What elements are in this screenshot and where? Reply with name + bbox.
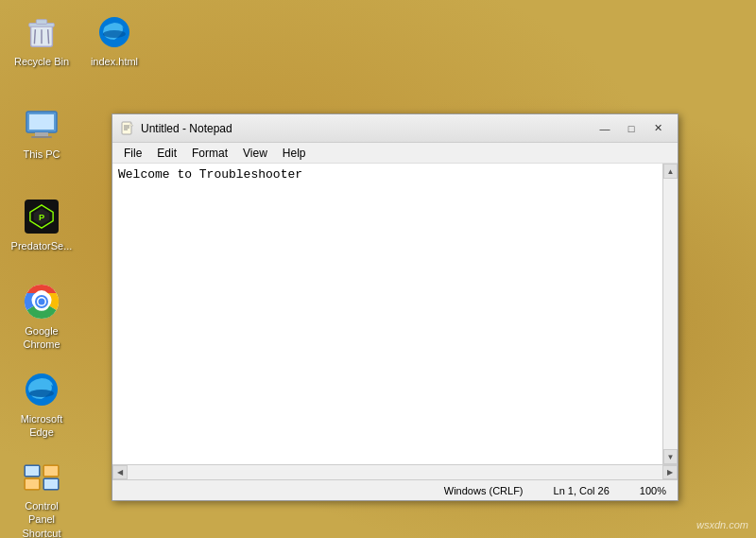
svg-rect-9 [29, 114, 54, 130]
menu-bar: File Edit Format View Help [112, 143, 678, 164]
menu-format[interactable]: Format [184, 145, 235, 162]
predator-sense-icon[interactable]: P PredatorSe... [8, 194, 76, 256]
vertical-scrollbar[interactable]: ▲ ▼ [662, 164, 678, 464]
window-controls[interactable]: — □ ✕ [593, 119, 670, 138]
svg-point-7 [103, 30, 126, 38]
scroll-track [663, 179, 678, 449]
scroll-left-arrow[interactable]: ◀ [112, 465, 128, 479]
scroll-h-track [128, 465, 662, 479]
svg-rect-11 [31, 136, 52, 138]
text-area-container: Welcome to Troubleshooter ▲ ▼ [112, 164, 678, 464]
window-title: Untitled - Notepad [141, 122, 593, 135]
google-chrome-label: Google Chrome [11, 324, 72, 352]
line-ending-status: Windows (CRLF) [440, 485, 527, 496]
minimize-button[interactable]: — [593, 119, 617, 138]
svg-rect-28 [44, 479, 58, 489]
status-bar: Windows (CRLF) Ln 1, Col 26 100% [112, 479, 678, 500]
svg-rect-24 [44, 466, 58, 476]
svg-line-3 [34, 29, 35, 43]
this-pc-label: This PC [23, 148, 60, 161]
recycle-bin-label: Recycle Bin [14, 55, 69, 68]
svg-line-5 [48, 29, 49, 43]
close-button[interactable]: ✕ [645, 119, 670, 138]
menu-file[interactable]: File [116, 145, 149, 162]
control-panel-label: Control Panel Shortcut [11, 499, 72, 538]
cursor-position-status: Ln 1, Col 26 [550, 485, 613, 496]
control-panel-icon[interactable]: Control Panel Shortcut [8, 454, 76, 538]
watermark: wsxdn.com [696, 519, 748, 530]
menu-view[interactable]: View [235, 145, 275, 162]
google-chrome-icon[interactable]: Google Chrome [8, 279, 76, 356]
scroll-down-arrow[interactable]: ▼ [663, 449, 678, 464]
svg-point-20 [29, 390, 54, 397]
maximize-button[interactable]: □ [619, 119, 644, 138]
scroll-up-arrow[interactable]: ▲ [663, 164, 678, 179]
notepad-window: Untitled - Notepad — □ ✕ File Edit Forma… [112, 113, 679, 501]
svg-rect-22 [26, 466, 39, 476]
notepad-text-area[interactable]: Welcome to Troubleshooter [112, 164, 662, 464]
microsoft-edge-label: Microsoft Edge [11, 412, 72, 440]
scroll-right-arrow[interactable]: ▶ [662, 465, 678, 479]
recycle-bin-icon[interactable]: Recycle Bin [8, 9, 76, 72]
horizontal-scrollbar: ◀ ▶ [112, 464, 678, 479]
index-html-label: index.html [91, 55, 138, 68]
zoom-status: 100% [636, 485, 670, 496]
this-pc-icon[interactable]: This PC [8, 102, 76, 165]
svg-rect-2 [36, 20, 46, 25]
notepad-window-icon [120, 121, 135, 136]
title-bar[interactable]: Untitled - Notepad — □ ✕ [112, 114, 678, 143]
index-html-icon[interactable]: index.html [80, 9, 148, 72]
svg-text:P: P [39, 213, 44, 222]
svg-rect-26 [26, 479, 39, 489]
menu-help[interactable]: Help [275, 145, 314, 162]
microsoft-edge-icon[interactable]: Microsoft Edge [8, 367, 76, 443]
menu-edit[interactable]: Edit [149, 145, 184, 162]
svg-rect-10 [35, 132, 48, 136]
predator-label: PredatorSe... [11, 239, 73, 252]
svg-point-18 [39, 299, 45, 305]
